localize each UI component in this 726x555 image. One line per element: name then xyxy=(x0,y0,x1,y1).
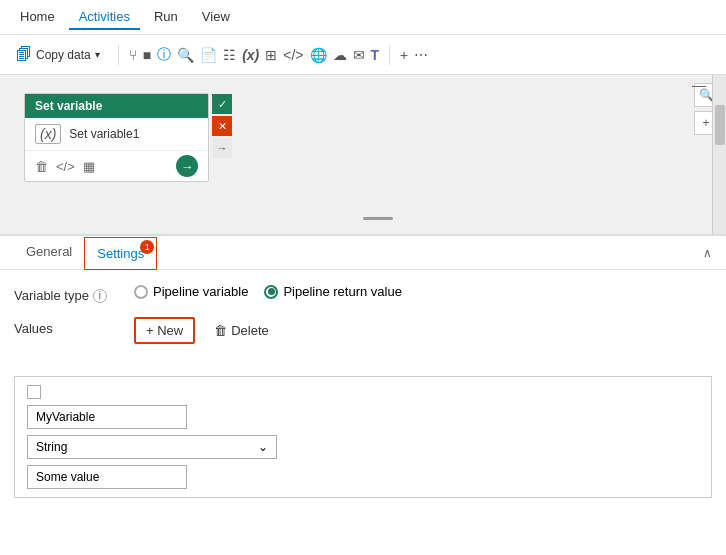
status-error-icon: ✕ xyxy=(212,116,232,136)
more-options-icon[interactable]: ⋯ xyxy=(414,47,428,63)
document-icon[interactable]: 📄 xyxy=(200,47,217,63)
checkbox-row xyxy=(27,385,699,399)
menu-view[interactable]: View xyxy=(192,5,240,30)
new-button[interactable]: + New xyxy=(134,317,195,344)
card-status-icons: ✓ ✕ → xyxy=(212,94,232,158)
activity-card-body[interactable]: (x) Set variable1 xyxy=(25,118,208,150)
type-select-chevron-icon: ⌄ xyxy=(258,440,268,454)
globe-icon[interactable]: 🌐 xyxy=(310,47,327,63)
menu-bar: Home Activities Run View xyxy=(0,0,726,35)
bottom-panel: General Settings 1 ∧ Variable type i Pip… xyxy=(0,235,726,555)
canvas-scrollbar[interactable] xyxy=(712,75,726,234)
row-checkbox[interactable] xyxy=(27,385,41,399)
canvas-area: Set variable (x) Set variable1 🗑 </> ▦ →… xyxy=(0,75,726,235)
info-circle-icon[interactable]: ⓘ xyxy=(157,46,171,64)
plus-icon[interactable]: + xyxy=(400,47,408,63)
values-row: Values + New 🗑 Delete xyxy=(14,317,712,344)
status-check-icon: ✓ xyxy=(212,94,232,114)
type-select[interactable]: String ⌄ xyxy=(27,435,277,459)
teams-icon[interactable]: T xyxy=(371,47,380,63)
tab-settings[interactable]: Settings 1 xyxy=(84,237,157,270)
trash-icon[interactable]: 🗑 xyxy=(35,159,48,174)
radio-circle-pipeline-variable xyxy=(134,285,148,299)
value-input[interactable] xyxy=(27,465,187,489)
activity-card-footer: 🗑 </> ▦ → xyxy=(25,150,208,181)
table-row-item: String ⌄ xyxy=(15,377,711,497)
status-arrow-icon: → xyxy=(212,138,232,158)
separator-2 xyxy=(389,45,390,65)
menu-run[interactable]: Run xyxy=(144,5,188,30)
data-table: String ⌄ xyxy=(14,376,712,498)
activity-card-header: Set variable xyxy=(25,94,208,118)
list-icon[interactable]: ☷ xyxy=(223,47,236,63)
toolbar: 🗐 Copy data ▾ ⑂ ■ ⓘ 🔍 📄 ☷ (x) ⊞ </> 🌐 ☁ … xyxy=(0,35,726,75)
variable-name-input[interactable] xyxy=(27,405,187,429)
separator-1 xyxy=(118,45,119,65)
variable-type-radio-group: Pipeline variable Pipeline return value xyxy=(134,284,402,299)
code-icon[interactable]: </> xyxy=(283,47,303,63)
activity-name: Set variable1 xyxy=(69,127,139,141)
navigate-arrow-button[interactable]: → xyxy=(176,155,198,177)
search-tool-icon[interactable]: 🔍 xyxy=(177,47,194,63)
menu-home[interactable]: Home xyxy=(10,5,65,30)
form-content: Variable type i Pipeline variable Pipeli… xyxy=(0,270,726,372)
tabs: General Settings 1 ∧ xyxy=(0,236,726,270)
branch-icon[interactable]: ⑂ xyxy=(129,47,137,63)
values-controls: + New 🗑 Delete xyxy=(134,317,280,344)
activity-title: Set variable xyxy=(35,99,102,113)
values-label: Values xyxy=(14,317,124,336)
canvas-scrollbar-thumb xyxy=(715,105,725,145)
settings-badge: 1 xyxy=(140,240,154,254)
fx-icon: (x) xyxy=(35,124,61,144)
radio-pipeline-return-value[interactable]: Pipeline return value xyxy=(264,284,402,299)
table-icon[interactable]: ⊞ xyxy=(265,47,277,63)
box-icon[interactable]: ■ xyxy=(143,47,151,63)
collapse-button[interactable]: ― xyxy=(692,77,706,93)
cloud-icon[interactable]: ☁ xyxy=(333,47,347,63)
variable-type-label: Variable type i xyxy=(14,284,124,303)
code-view-icon[interactable]: </> xyxy=(56,159,75,174)
scroll-indicator xyxy=(363,217,393,220)
panel-collapse-button[interactable]: ∧ xyxy=(703,246,712,260)
radio-circle-pipeline-return-value xyxy=(264,285,278,299)
radio-pipeline-variable[interactable]: Pipeline variable xyxy=(134,284,248,299)
copy-icon[interactable]: ▦ xyxy=(83,159,95,174)
menu-activities[interactable]: Activities xyxy=(69,5,140,30)
variable-type-row: Variable type i Pipeline variable Pipeli… xyxy=(14,284,712,303)
variable-type-info-icon[interactable]: i xyxy=(93,289,107,303)
copy-data-icon: 🗐 xyxy=(16,46,32,64)
delete-button[interactable]: 🗑 Delete xyxy=(203,318,280,343)
copy-data-chevron-icon: ▾ xyxy=(95,49,100,60)
type-select-value: String xyxy=(36,440,67,454)
copy-data-button[interactable]: 🗐 Copy data ▾ xyxy=(8,42,108,68)
copy-data-label: Copy data xyxy=(36,48,91,62)
activity-card: Set variable (x) Set variable1 🗑 </> ▦ →… xyxy=(24,93,209,182)
delete-icon: 🗑 xyxy=(214,323,227,338)
formula-icon[interactable]: (x) xyxy=(242,47,259,63)
mail-icon[interactable]: ✉ xyxy=(353,47,365,63)
tab-general[interactable]: General xyxy=(14,236,84,269)
